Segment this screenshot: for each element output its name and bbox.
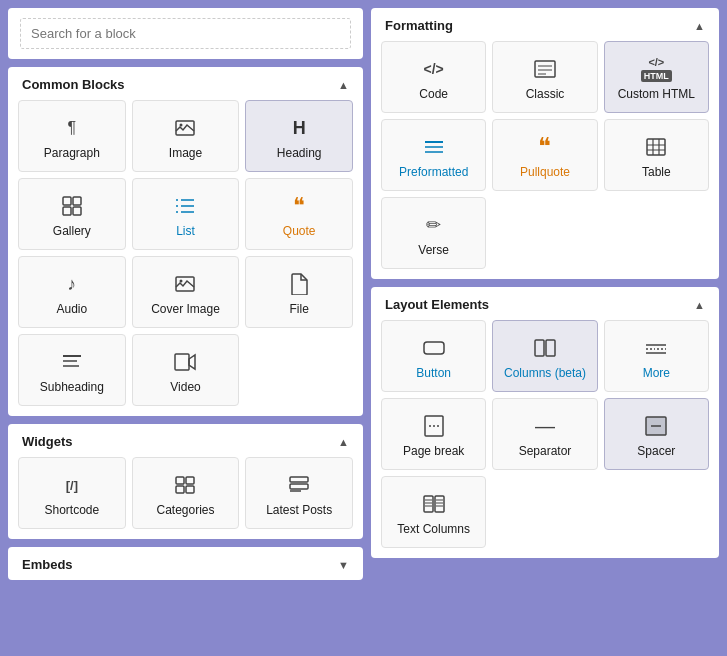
- verse-label: Verse: [418, 243, 449, 257]
- block-categories[interactable]: Categories: [132, 457, 240, 529]
- embeds-arrow[interactable]: ▼: [338, 559, 349, 571]
- svg-rect-32: [647, 139, 665, 155]
- paragraph-icon: ¶: [60, 116, 84, 140]
- file-icon: [287, 272, 311, 296]
- svg-point-1: [180, 124, 183, 127]
- classic-label: Classic: [526, 87, 565, 101]
- main-layout: Common Blocks ▲ ¶ Paragraph Image: [8, 8, 719, 580]
- block-image[interactable]: Image: [132, 100, 240, 172]
- block-audio[interactable]: ♪ Audio: [18, 256, 126, 328]
- image-icon: [173, 116, 197, 140]
- svg-rect-21: [186, 486, 194, 493]
- table-label: Table: [642, 165, 671, 179]
- formatting-title: Formatting: [385, 18, 453, 33]
- page-break-icon: [422, 414, 446, 438]
- common-blocks-arrow[interactable]: ▲: [338, 79, 349, 91]
- left-column: Common Blocks ▲ ¶ Paragraph Image: [8, 8, 363, 580]
- categories-label: Categories: [156, 503, 214, 517]
- block-subheading[interactable]: Subheading: [18, 334, 126, 406]
- custom-html-icon: </> HTML: [644, 57, 668, 81]
- svg-rect-18: [176, 477, 184, 484]
- video-icon: [173, 350, 197, 374]
- block-pullquote[interactable]: ❝ Pullquote: [492, 119, 597, 191]
- svg-point-13: [180, 280, 183, 283]
- pullquote-label: Pullquote: [520, 165, 570, 179]
- widgets-arrow[interactable]: ▲: [338, 436, 349, 448]
- cover-image-icon: [173, 272, 197, 296]
- block-spacer[interactable]: Spacer: [604, 398, 709, 470]
- block-preformatted[interactable]: Preformatted: [381, 119, 486, 191]
- gallery-icon: [60, 194, 84, 218]
- block-cover-image[interactable]: Cover Image: [132, 256, 240, 328]
- spacer-label: Spacer: [637, 444, 675, 458]
- heading-icon: H: [287, 116, 311, 140]
- preformatted-icon: [422, 135, 446, 159]
- search-input[interactable]: [20, 18, 351, 49]
- columns-beta-label: Columns (beta): [504, 366, 586, 380]
- separator-label: Separator: [519, 444, 572, 458]
- audio-label: Audio: [56, 302, 87, 316]
- block-separator[interactable]: — Separator: [492, 398, 597, 470]
- svg-rect-23: [290, 484, 308, 489]
- layout-elements-arrow[interactable]: ▲: [694, 299, 705, 311]
- block-classic[interactable]: Classic: [492, 41, 597, 113]
- widgets-header: Widgets ▲: [8, 424, 363, 457]
- block-paragraph[interactable]: ¶ Paragraph: [18, 100, 126, 172]
- block-file[interactable]: File: [245, 256, 353, 328]
- block-list[interactable]: List: [132, 178, 240, 250]
- block-columns-beta[interactable]: Columns (beta): [492, 320, 597, 392]
- image-label: Image: [169, 146, 202, 160]
- block-shortcode[interactable]: [/] Shortcode: [18, 457, 126, 529]
- columns-beta-icon: [533, 336, 557, 360]
- audio-icon: ♪: [60, 272, 84, 296]
- gallery-label: Gallery: [53, 224, 91, 238]
- block-button[interactable]: Button: [381, 320, 486, 392]
- paragraph-label: Paragraph: [44, 146, 100, 160]
- separator-icon: —: [533, 414, 557, 438]
- table-icon: [644, 135, 668, 159]
- block-page-break[interactable]: Page break: [381, 398, 486, 470]
- custom-html-label: Custom HTML: [618, 87, 695, 101]
- block-more[interactable]: More: [604, 320, 709, 392]
- svg-rect-48: [424, 496, 433, 512]
- block-video[interactable]: Video: [132, 334, 240, 406]
- common-blocks-grid: ¶ Paragraph Image H Heading: [8, 100, 363, 416]
- svg-rect-19: [186, 477, 194, 484]
- widgets-title: Widgets: [22, 434, 72, 449]
- block-quote[interactable]: ❝ Quote: [245, 178, 353, 250]
- svg-rect-20: [176, 486, 184, 493]
- right-column: Formatting ▲ </> Code Classic: [371, 8, 719, 580]
- svg-rect-4: [63, 207, 71, 215]
- more-label: More: [643, 366, 670, 380]
- widgets-grid: [/] Shortcode Categories Latest Posts: [8, 457, 363, 539]
- svg-rect-17: [175, 354, 189, 370]
- block-heading[interactable]: H Heading: [245, 100, 353, 172]
- classic-icon: [533, 57, 557, 81]
- block-custom-html[interactable]: </> HTML Custom HTML: [604, 41, 709, 113]
- block-gallery[interactable]: Gallery: [18, 178, 126, 250]
- quote-label: Quote: [283, 224, 316, 238]
- svg-rect-22: [290, 477, 308, 482]
- svg-rect-39: [546, 340, 555, 356]
- shortcode-label: Shortcode: [44, 503, 99, 517]
- list-label: List: [176, 224, 195, 238]
- cover-image-label: Cover Image: [151, 302, 220, 316]
- common-blocks-panel: Common Blocks ▲ ¶ Paragraph Image: [8, 67, 363, 416]
- latest-posts-icon: [287, 473, 311, 497]
- subheading-icon: [60, 350, 84, 374]
- formatting-arrow[interactable]: ▲: [694, 20, 705, 32]
- layout-elements-title: Layout Elements: [385, 297, 489, 312]
- video-label: Video: [170, 380, 200, 394]
- svg-rect-37: [424, 342, 444, 354]
- text-columns-label: Text Columns: [397, 522, 470, 536]
- spacer-icon: [644, 414, 668, 438]
- page-break-label: Page break: [403, 444, 464, 458]
- block-verse[interactable]: ✏ Verse: [381, 197, 486, 269]
- block-latest-posts[interactable]: Latest Posts: [245, 457, 353, 529]
- formatting-header: Formatting ▲: [371, 8, 719, 41]
- block-text-columns[interactable]: Text Columns: [381, 476, 486, 548]
- code-icon: </>: [422, 57, 446, 81]
- block-table[interactable]: Table: [604, 119, 709, 191]
- embeds-title: Embeds: [22, 557, 73, 572]
- block-code[interactable]: </> Code: [381, 41, 486, 113]
